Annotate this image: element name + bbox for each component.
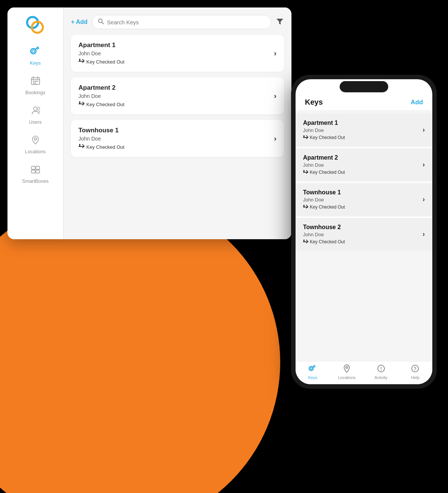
sidebar-item-bookings-label: Bookings [25,90,45,95]
chevron-right-3: › [274,134,276,143]
desktop-key-card-2[interactable]: Apartment 2 John Doe Key Checked Out › [71,77,284,114]
phone-key-status-text-4: Key Checked Out [310,239,345,244]
svg-rect-20 [36,166,40,169]
nav-item-keys[interactable]: Keys [300,364,326,380]
phone-mockup: Keys Add Apartment 1 John Doe Key Checke… [291,75,437,389]
svg-rect-13 [37,81,38,82]
key-card-status-text-1: Key Checked Out [86,59,124,65]
smartboxes-icon [30,164,41,177]
phone-chevron-1: › [423,126,425,134]
desktop-toolbar: + Add [71,15,284,29]
phone-screen: Keys Add Apartment 1 John Doe Key Checke… [296,79,432,384]
phone-add-button[interactable]: Add [411,99,423,106]
phone-title: Keys [305,98,323,107]
phone-key-status-4: Key Checked Out [303,239,345,244]
desktop-key-card-1[interactable]: Apartment 1 John Doe Key Checked Out › [71,35,284,72]
phone-key-title-3: Townhouse 1 [303,189,345,196]
phone-key-card-4[interactable]: Townhouse 2 John Doe Key Checked Out › [296,218,432,250]
add-button[interactable]: + Add [71,19,87,25]
svg-text:!: ! [380,366,382,372]
svg-point-18 [34,138,37,140]
sidebar-item-smartboxes[interactable]: SmartBoxes [15,161,56,187]
search-icon [98,18,104,26]
phone-key-status-text-1: Key Checked Out [310,135,345,140]
key-card-info-1: Apartment 1 John Doe Key Checked Out [78,41,124,65]
phone-key-status-2: Key Checked Out [303,170,345,175]
svg-rect-37 [303,205,305,207]
nav-item-locations[interactable]: Locations [334,364,360,380]
svg-rect-31 [79,144,80,147]
checkout-icon-2 [78,101,84,108]
phone-key-status-text-2: Key Checked Out [310,170,345,175]
sidebar-item-locations[interactable]: Locations [15,132,56,157]
key-card-status-3: Key Checked Out [78,144,124,150]
nav-help-label: Help [411,375,420,380]
phone-chevron-4: › [423,230,425,238]
svg-rect-22 [36,170,40,173]
checkout-icon-3 [78,144,84,150]
svg-rect-15 [35,83,36,84]
phone-key-card-1[interactable]: Apartment 1 John Doe Key Checked Out › [296,114,432,146]
sidebar-item-keys[interactable]: Keys [15,43,56,69]
nav-help-icon: ? [411,364,419,375]
phone-key-status-text-3: Key Checked Out [310,204,345,210]
nav-keys-icon [309,364,317,375]
nav-keys-label: Keys [308,375,317,380]
phone-key-name-2: John Doe [303,162,345,168]
location-icon [30,135,41,147]
phone-key-name-1: John Doe [303,127,345,133]
key-card-title-3: Townhouse 1 [78,127,124,134]
key-card-info-3: Townhouse 1 John Doe Key Checked Out [78,127,124,150]
nav-item-help[interactable]: ? Help [402,364,428,380]
desktop-key-card-3[interactable]: Townhouse 1 John Doe Key Checked Out › [71,120,284,157]
users-icon [30,105,41,118]
phone-checkout-icon-1 [303,135,308,140]
phone-key-status-3: Key Checked Out [303,204,345,210]
sidebar-item-users-label: Users [29,119,42,125]
svg-rect-12 [35,81,36,82]
phone-key-title-1: Apartment 1 [303,120,345,126]
key-card-title-1: Apartment 1 [78,41,124,49]
phone-key-name-3: John Doe [303,197,345,203]
svg-rect-21 [31,170,35,173]
phone-key-title-4: Townhouse 2 [303,224,345,231]
search-bar [92,15,271,29]
svg-text:?: ? [414,366,417,372]
sidebar-item-bookings[interactable]: Bookings [15,73,56,98]
phone-chevron-2: › [423,161,425,169]
phone-checkout-icon-3 [303,205,308,209]
search-input[interactable] [107,19,265,25]
svg-rect-33 [303,135,305,138]
phone-key-card-2[interactable]: Apartment 2 John Doe Key Checked Out › [296,148,432,181]
svg-rect-11 [33,81,34,82]
nav-item-activity[interactable]: ! Activity [368,364,394,380]
svg-rect-19 [31,166,35,169]
main-content: + Add Apartment 1 John Doe [64,7,291,239]
key-card-status-text-3: Key Checked Out [86,144,124,150]
filter-icon[interactable] [276,17,284,27]
phone-key-card-info-2: Apartment 2 John Doe Key Checked Out [303,154,345,175]
phone-notch [340,81,388,92]
phone-key-card-3[interactable]: Townhouse 1 John Doe Key Checked Out › [296,183,432,216]
phone-chevron-3: › [423,195,425,203]
desktop-app-panel: Keys Bookings [7,7,291,239]
sidebar-item-users[interactable]: Users [15,102,56,128]
sidebar: Keys Bookings [7,7,64,239]
key-card-name-3: John Doe [78,136,124,142]
nav-activity-icon: ! [377,364,385,375]
svg-rect-39 [303,240,305,242]
nav-activity-label: Activity [374,375,387,380]
phone-key-status-1: Key Checked Out [303,135,345,140]
checkout-icon-1 [78,59,84,65]
bookings-icon [30,76,41,88]
key-card-name-2: John Doe [78,93,124,99]
nav-locations-label: Locations [338,375,356,380]
phone-checkout-icon-2 [303,170,308,175]
phone-checkout-icon-4 [303,240,308,244]
phone-key-card-info-1: Apartment 1 John Doe Key Checked Out [303,120,345,140]
svg-rect-14 [33,83,34,84]
phone-key-title-2: Apartment 2 [303,154,345,161]
phone-keys-list: Apartment 1 John Doe Key Checked Out › [296,111,432,361]
phone-key-card-info-3: Townhouse 1 John Doe Key Checked Out [303,189,345,210]
phone-header: Keys Add [296,94,432,111]
